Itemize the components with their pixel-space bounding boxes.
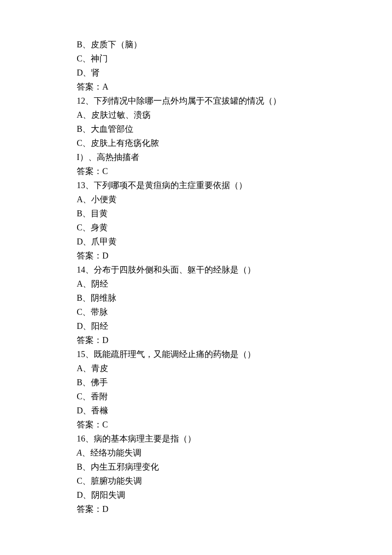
text-line: B、佛手 — [77, 375, 315, 389]
text-line: D、肾 — [77, 66, 315, 80]
text-line: 16、病的基本病理主要是指（） — [77, 432, 315, 446]
text-line: A、皮肤过敏、溃疡 — [77, 108, 315, 122]
document-content: B、皮质下（脑）C、神门D、肾答案：A12、下列情况中除哪一点外均属于不宜拔罐的… — [77, 38, 315, 516]
text-line: C、神门 — [77, 52, 315, 66]
text-line: D、香橼 — [77, 404, 315, 418]
text-line: 答案：D — [77, 249, 315, 263]
text-line: 答案：D — [77, 333, 315, 347]
text-line: 答案：D — [77, 502, 315, 516]
text-line: A、阴经 — [77, 277, 315, 291]
text-line: D、阳经 — [77, 319, 315, 333]
text-line: D、爪甲黄 — [77, 235, 315, 249]
text-line: C、带脉 — [77, 305, 315, 319]
text-line: 答案：A — [77, 80, 315, 94]
text-line: 12、下列情况中除哪一点外均属于不宜拔罐的情况（） — [77, 94, 315, 108]
text-line: B、阴维脉 — [77, 291, 315, 305]
text-line: C、香附 — [77, 389, 315, 404]
text-line: A、经络功能失调 — [77, 446, 315, 460]
text-line: 答案：C — [77, 418, 315, 432]
text-line: B、目黄 — [77, 206, 315, 221]
text-line: B、内生五邪病理变化 — [77, 460, 315, 474]
text-line: I）、高热抽搐者 — [77, 150, 315, 164]
text-line: B、大血管部位 — [77, 122, 315, 136]
text-line: B、皮质下（脑） — [77, 38, 315, 52]
text-line: D、阴阳失调 — [77, 488, 315, 502]
text-line: C、脏腑功能失调 — [77, 474, 315, 488]
text-line: C、皮肤上有疮疡化脓 — [77, 136, 315, 150]
text-line: 答案：C — [77, 164, 315, 178]
text-line: 14、分布于四肢外侧和头面、躯干的经脉是（） — [77, 263, 315, 277]
text-line: C、身黄 — [77, 221, 315, 235]
text-line: 15、既能疏肝理气，又能调经止痛的药物是（） — [77, 347, 315, 361]
text-line: 13、下列哪项不是黄疸病的主症重要依据（） — [77, 178, 315, 192]
text-line: A、小便黄 — [77, 192, 315, 206]
italic-char: A — [77, 448, 82, 457]
text-line: A、青皮 — [77, 361, 315, 375]
